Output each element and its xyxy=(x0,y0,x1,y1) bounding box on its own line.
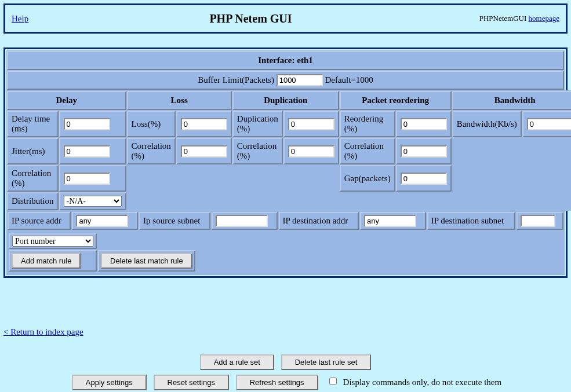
empty-cell xyxy=(127,192,571,210)
homepage-link[interactable]: homepage xyxy=(529,14,559,23)
gap-label: Gap(packets) xyxy=(340,165,395,192)
jitter-input[interactable] xyxy=(64,145,110,157)
ip-dst-input[interactable] xyxy=(364,215,416,227)
empty-cell xyxy=(127,165,232,192)
loss-corr-label: Correlation (%) xyxy=(127,138,176,164)
settings-grid: Delay Loss Duplication Packet reordering… xyxy=(6,90,571,211)
bandwidth-label: Bandwidth(Kb/s) xyxy=(452,111,522,137)
section-duplication: Duplication xyxy=(232,91,339,110)
interface-heading: Interface: eth1 xyxy=(7,51,564,70)
dup-corr-input[interactable] xyxy=(288,145,334,157)
refresh-settings-button[interactable]: Refresh settings xyxy=(236,375,318,390)
display-only-checkbox[interactable] xyxy=(329,378,337,385)
delay-time-input[interactable] xyxy=(64,118,110,130)
return-link[interactable]: < Return to index page xyxy=(3,327,568,337)
section-loss: Loss xyxy=(127,91,232,110)
gap-input[interactable] xyxy=(401,173,447,185)
empty-cell xyxy=(232,165,339,192)
delay-time-label: Delay time (ms) xyxy=(7,111,59,137)
bottom-controls: Add a rule set Delete last rule set Appl… xyxy=(3,354,568,392)
reord-corr-label: Correlation (%) xyxy=(340,138,395,164)
delay-corr-label: Correlation (%) xyxy=(7,165,59,192)
ip-src-input[interactable] xyxy=(76,215,128,227)
loss-label: Loss(%) xyxy=(127,111,176,137)
delay-corr-input[interactable] xyxy=(64,173,110,185)
section-bandwidth: Bandwidth xyxy=(452,91,571,110)
delete-match-rule-button[interactable]: Delete last match rule xyxy=(101,253,192,269)
bandwidth-input[interactable] xyxy=(527,118,571,130)
loss-corr-input[interactable] xyxy=(181,145,227,157)
buffer-label: Buffer Limit(Packets) xyxy=(198,75,274,85)
ip-dst-label: IP destination addr xyxy=(279,212,359,230)
match-rule-table: IP source addr Ip source subnet IP desti… xyxy=(6,211,565,275)
reord-corr-input[interactable] xyxy=(401,145,447,157)
display-only-label: Display commands only, do not execute th… xyxy=(343,378,502,387)
reord-input[interactable] xyxy=(401,118,447,130)
dup-input[interactable] xyxy=(288,118,334,130)
port-select[interactable]: Port number xyxy=(12,236,93,247)
delete-rule-set-button[interactable]: Delete last rule set xyxy=(281,354,372,370)
help-link[interactable]: Help xyxy=(12,14,28,23)
ip-src-subnet-input[interactable] xyxy=(216,215,268,227)
distribution-label: Distribution xyxy=(7,192,59,210)
loss-input[interactable] xyxy=(181,118,227,130)
ip-dst-subnet-input[interactable] xyxy=(521,215,555,227)
header-bar: Help PHP Netem GUI PHPNetemGUI homepage xyxy=(3,3,568,34)
buffer-default: Default=1000 xyxy=(325,75,373,85)
brand-label: PHPNetemGUI xyxy=(479,14,527,23)
apply-settings-button[interactable]: Apply settings xyxy=(72,375,147,390)
page-title: PHP Netem GUI xyxy=(57,9,444,28)
buffer-input[interactable] xyxy=(277,74,323,86)
jitter-label: Jitter(ms) xyxy=(7,138,59,164)
reset-settings-button[interactable]: Reset settings xyxy=(154,375,229,390)
ip-src-subnet-label: Ip source subnet xyxy=(139,212,210,230)
distribution-select[interactable]: -N/A- xyxy=(64,196,122,207)
rule-panel: Interface: eth1 Buffer Limit(Packets) De… xyxy=(3,47,568,278)
dup-label: Duplication (%) xyxy=(232,111,283,137)
ip-dst-subnet-label: IP destination subnet xyxy=(427,212,515,230)
ip-src-label: IP source addr xyxy=(8,212,71,230)
section-delay: Delay xyxy=(7,91,126,110)
dup-corr-label: Correlation (%) xyxy=(232,138,283,164)
empty-cell xyxy=(452,138,571,164)
empty-cell xyxy=(452,165,571,192)
interface-table: Interface: eth1 Buffer Limit(Packets) De… xyxy=(6,50,565,90)
reord-label: Reordering (%) xyxy=(340,111,395,137)
section-reordering: Packet reordering xyxy=(340,91,452,110)
add-rule-set-button[interactable]: Add a rule set xyxy=(200,354,274,370)
add-match-rule-button[interactable]: Add match rule xyxy=(12,253,81,269)
